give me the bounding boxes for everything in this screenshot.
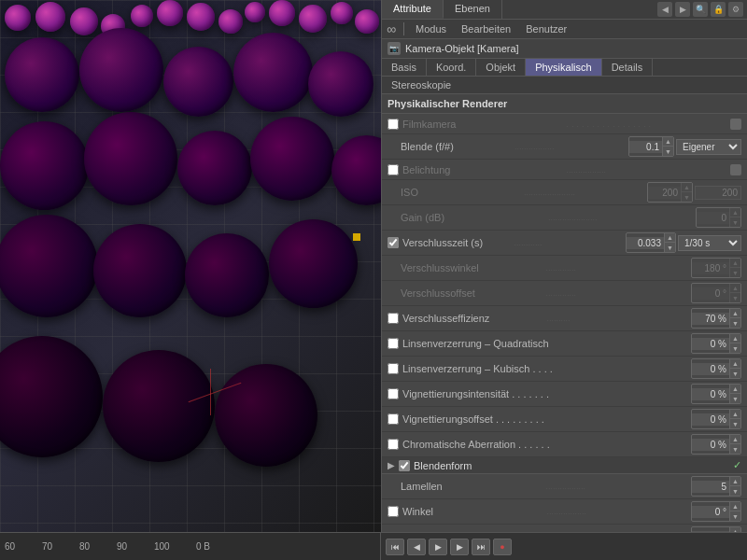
tl-btn-prev[interactable]: ⏮ — [386, 539, 404, 555]
winkel-spinner[interactable]: ▲ ▼ — [729, 502, 740, 521]
gain-label: Gain (dB) — [401, 212, 548, 223]
blende-dropdown[interactable]: Eigener — [676, 139, 741, 155]
vignett-intens-spinner[interactable]: ▲ ▼ — [729, 385, 740, 403]
prop-lamellen: Lamellen ................. ▲ ▼ — [382, 474, 747, 499]
chrom-aberr-checkbox[interactable] — [388, 439, 399, 450]
verschlusseffizienz-input[interactable] — [692, 313, 729, 325]
sphere — [187, 3, 215, 31]
sphere — [0, 215, 98, 317]
sub-tab-objekt[interactable]: Objekt — [476, 59, 526, 76]
verschlusszeit-spinner[interactable]: ▲ ▼ — [664, 233, 675, 252]
belichtung-indicator — [730, 164, 741, 175]
verschlusseffizienz-checkbox[interactable] — [388, 313, 399, 324]
prop-chrom-aberr: Chromatische Aberration . . . . . . ▲ ▼ — [382, 432, 747, 457]
tl-btn-next[interactable]: ⏭ — [472, 539, 490, 555]
marker — [353, 233, 360, 241]
tab-attribute[interactable]: Attribute — [382, 0, 444, 19]
toolbar-modus[interactable]: Modus — [412, 22, 450, 35]
chrom-aberr-spinner[interactable]: ▲ ▼ — [729, 435, 740, 454]
gain-spinner[interactable]: ▲ ▼ — [729, 208, 740, 227]
blendenform-label: Blendenform — [414, 460, 733, 471]
blende-spinner[interactable]: ▲ ▼ — [662, 137, 673, 156]
toolbar: ∞ Modus Bearbeiten Benutzer — [382, 20, 747, 39]
linsenverz-quad-input[interactable] — [692, 338, 729, 350]
filmkamera-checkbox[interactable] — [388, 119, 399, 130]
blende-input[interactable] — [629, 141, 662, 153]
verschlusswinkel-label: Verschlusswinkel — [401, 262, 546, 273]
sub-tab-details[interactable]: Details — [602, 59, 654, 76]
vignett-offset-input-group: ▲ ▼ — [691, 409, 741, 429]
filmkamera-dots: ................. — [567, 119, 731, 129]
linsenverz-quad-checkbox[interactable] — [388, 338, 399, 349]
iso-input2[interactable] — [695, 186, 741, 200]
toolbar-benutzer[interactable]: Benutzer — [522, 22, 571, 35]
object-icon: 📷 — [388, 42, 401, 55]
verschlussoffset-spinner[interactable]: ▲ ▼ — [729, 284, 740, 302]
timeline-mark-90: 90 — [117, 541, 154, 552]
sphere — [163, 47, 233, 117]
blendenform-checkbox[interactable] — [399, 460, 410, 471]
winkel-input-group: ▲ ▼ — [691, 501, 741, 522]
sphere — [269, 219, 358, 308]
verschlussoffset-input[interactable] — [692, 287, 729, 300]
settings-icon[interactable]: ⚙ — [728, 2, 743, 17]
prop-winkel: Winkel ................. ▲ ▼ — [382, 499, 747, 525]
prop-filmkamera: Filmkamera ................. — [382, 114, 747, 134]
verschlusseffizienz-spinner[interactable]: ▲ ▼ — [729, 309, 740, 328]
linsenverz-kub-spinner[interactable]: ▲ ▼ — [729, 359, 740, 378]
stereo-tab[interactable]: Stereoskopie — [382, 77, 747, 94]
right-panel: Attribute Ebenen ◀ ▶ 🔍 🔒 ⚙ ∞ Modus Bearb… — [381, 0, 747, 532]
linsenverz-kub-input[interactable] — [692, 363, 729, 375]
timeline: 60 70 80 90 100 0 B ⏮ ◀ ▶ ▶ ⏭ ● — [0, 532, 747, 560]
gain-input[interactable] — [697, 212, 729, 224]
verschlusszeit-checkbox[interactable] — [388, 237, 399, 248]
sub-tab-koord[interactable]: Koord. — [427, 59, 476, 76]
linsenverz-quad-spinner[interactable]: ▲ ▼ — [729, 334, 740, 353]
blendenform-header[interactable]: ▶ Blendenform ✓ — [382, 457, 747, 474]
timeline-mark-60: 60 — [5, 541, 42, 552]
prop-vignett-offset: Vignettierungsoffset . . . . . . . . . ▲… — [382, 407, 747, 432]
winkel-input[interactable] — [692, 506, 729, 518]
lamellen-input[interactable] — [692, 481, 729, 493]
verschlusswinkel-input[interactable] — [692, 262, 729, 274]
vignett-intens-checkbox[interactable] — [388, 388, 399, 399]
vignett-offset-input[interactable] — [692, 413, 729, 426]
linsenverz-kub-checkbox[interactable] — [388, 363, 399, 374]
top-tab-bar: Attribute Ebenen ◀ ▶ 🔍 🔒 ⚙ — [382, 0, 747, 20]
vignett-offset-spinner[interactable]: ▲ ▼ — [729, 410, 740, 428]
verschlusswinkel-spinner[interactable]: ▲ ▼ — [729, 259, 740, 277]
verschlusszeit-input[interactable] — [627, 237, 664, 249]
search-icon[interactable]: 🔍 — [693, 2, 708, 17]
sphere — [215, 364, 317, 467]
tl-btn-play[interactable]: ▶ — [429, 539, 447, 555]
sub-tab-basis[interactable]: Basis — [382, 59, 427, 76]
verschlusszeit-label: Verschlusszeit (s) — [402, 237, 514, 248]
vignett-intens-input[interactable] — [692, 388, 729, 400]
main-container: Attribute Ebenen ◀ ▶ 🔍 🔒 ⚙ ∞ Modus Bearb… — [0, 0, 747, 532]
tl-btn-record[interactable]: ● — [493, 539, 512, 555]
winkel-checkbox[interactable] — [388, 506, 399, 517]
verschlusszeit-dropdown[interactable]: 1/30 s — [678, 235, 741, 251]
chrom-aberr-input[interactable] — [692, 439, 729, 451]
tl-btn-step-fwd[interactable]: ▶ — [450, 539, 469, 555]
vignett-offset-checkbox[interactable] — [388, 413, 399, 425]
verschlusseffizienz-dots: .......... — [547, 314, 692, 323]
lock-icon[interactable]: 🔒 — [711, 2, 726, 17]
belichtung-checkbox[interactable] — [388, 164, 399, 175]
verschlusszeit-dots: ............ — [514, 238, 627, 247]
sub-tab-physikalisch[interactable]: Physikalisch — [526, 59, 602, 76]
blende-input-group: ▲ ▼ — [628, 136, 674, 157]
iso-input[interactable] — [648, 187, 681, 199]
sphere — [131, 5, 153, 27]
lamellen-spinner[interactable]: ▲ ▼ — [729, 477, 740, 496]
prop-verschlusswinkel: Verschlusswinkel ............. ▲ ▼ — [382, 256, 747, 281]
tab-ebenen[interactable]: Ebenen — [444, 0, 502, 19]
iso-spinner[interactable]: ▲ ▼ — [681, 183, 692, 202]
winkel-dots: ................. — [547, 507, 692, 516]
toolbar-bearbeiten[interactable]: Bearbeiten — [458, 22, 514, 35]
linsenverz-quad-input-group: ▲ ▼ — [691, 333, 741, 354]
sphere — [355, 9, 379, 34]
arrow-left-icon[interactable]: ◀ — [657, 2, 672, 17]
tl-btn-step-back[interactable]: ◀ — [407, 539, 426, 555]
arrow-right-icon[interactable]: ▶ — [675, 2, 690, 17]
